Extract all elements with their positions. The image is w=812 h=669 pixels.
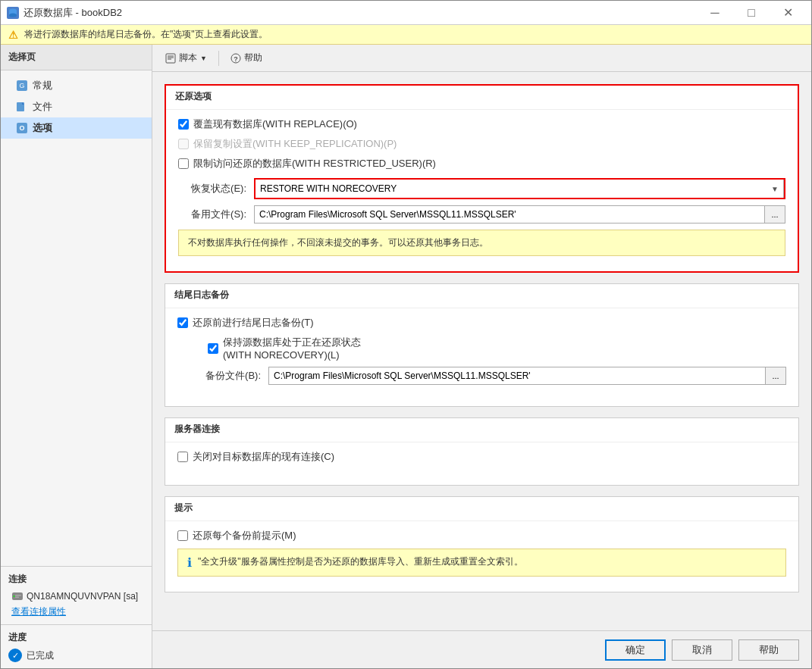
sidebar-connection: 连接 QN18AMNQUVNVPAN [sa] 查看连接属性	[1, 566, 152, 624]
view-connection-properties-link[interactable]: 查看连接属性	[8, 605, 144, 618]
script-label: 脚本	[179, 52, 197, 64]
connection-header: 连接	[8, 573, 144, 586]
keep-replication-label: 保留复制设置(WITH KEEP_REPLICATION)(P)	[193, 137, 397, 151]
sidebar-header: 选择页	[1, 45, 152, 70]
hints-section: 提示 还原每个备份前提示(M) ℹ "全文升级"服务器属性控制是否为还原的数据库…	[165, 496, 799, 592]
sidebar-item-label-options: 选项	[33, 121, 52, 135]
script-icon	[165, 53, 176, 64]
restricted-user-checkbox[interactable]	[178, 158, 189, 169]
warning-bar: ⚠ 将进行源数据库的结尾日志备份。在"选项"页上查看此设置。	[1, 25, 811, 45]
restore-options-title: 还原选项	[166, 86, 798, 110]
backup-file-input[interactable]	[268, 367, 765, 385]
norecovery-checkbox-row: 保持源数据库处于正在还原状态 (WITH NORECOVERY)(L)	[177, 336, 786, 361]
svg-text:O: O	[19, 124, 24, 132]
restore-options-content: 覆盖现有数据库(WITH REPLACE)(O) 保留复制设置(WITH KEE…	[166, 110, 798, 264]
recovery-dropdown[interactable]: RESTORE WITH NORECOVERY ▼	[256, 180, 784, 198]
server-connection-content: 关闭对目标数据库的现有连接(C)	[165, 442, 798, 477]
titlebar: 还原数据库 - bookDB2 ─ □ ✕	[1, 1, 811, 25]
svg-rect-11	[15, 595, 21, 596]
recovery-state-row: 恢复状态(E): RESTORE WITH NORECOVERY ▼	[178, 178, 785, 199]
restricted-user-checkbox-row: 限制访问还原的数据库(WITH RESTRICTED_USER)(R)	[178, 157, 785, 170]
svg-point-10	[14, 596, 15, 597]
restore-info-box: 不对数据库执行任何操作，不回滚未提交的事务。可以还原其他事务日志。	[178, 230, 785, 256]
minimize-button[interactable]: ─	[698, 1, 732, 25]
norecovery-label: 保持源数据库处于正在还原状态 (WITH NORECOVERY)(L)	[223, 336, 361, 361]
warning-icon: ⚠	[8, 29, 18, 41]
standby-file-label: 备用文件(S):	[178, 208, 246, 221]
backup-file-row: 备份文件(B): ...	[177, 367, 786, 385]
tail-log-section: 结尾日志备份 还原前进行结尾日志备份(T) 保持源数据库处于正在还原状态 (WI…	[165, 283, 799, 407]
sidebar-item-label-general: 常规	[33, 79, 52, 92]
server-connection-title: 服务器连接	[165, 418, 798, 442]
help-icon: ?	[230, 53, 241, 64]
general-icon: G	[16, 80, 28, 92]
files-icon	[16, 101, 28, 113]
script-dropdown-arrow: ▼	[200, 55, 207, 62]
prompt-checkbox-row: 还原每个备份前提示(M)	[177, 529, 786, 542]
recovery-value: RESTORE WITH NORECOVERY	[260, 183, 397, 194]
tail-log-content: 还原前进行结尾日志备份(T) 保持源数据库处于正在还原状态 (WITH NORE…	[165, 308, 798, 399]
ok-button[interactable]: 确定	[605, 639, 666, 661]
tail-log-checkbox[interactable]	[177, 317, 188, 328]
progress-header: 进度	[8, 631, 144, 644]
sidebar: 选择页 G 常规 文件	[1, 45, 152, 668]
sidebar-item-general[interactable]: G 常规	[1, 75, 152, 96]
svg-rect-12	[15, 597, 19, 599]
titlebar-controls: ─ □ ✕	[698, 1, 805, 25]
standby-browse-button[interactable]: ...	[764, 205, 785, 224]
maximize-button[interactable]: □	[734, 1, 769, 25]
window-title: 还原数据库 - bookDB2	[24, 6, 122, 20]
tail-log-label: 还原前进行结尾日志备份(T)	[193, 316, 314, 330]
hints-title: 提示	[165, 497, 798, 521]
toolbar: 脚本 ▼ ? 帮助	[152, 45, 811, 72]
content-body: 还原选项 覆盖现有数据库(WITH REPLACE)(O) 保留复制设置(WIT…	[152, 72, 811, 630]
svg-text:?: ?	[234, 55, 238, 63]
progress-label: 已完成	[27, 649, 54, 662]
standby-file-row: 备用文件(S): ...	[178, 205, 785, 224]
help-label: 帮助	[244, 52, 262, 64]
keep-replication-checkbox-row: 保留复制设置(WITH KEEP_REPLICATION)(P)	[178, 137, 785, 151]
close-connections-checkbox-row: 关闭对目标数据库的现有连接(C)	[177, 450, 786, 464]
hints-info-box: ℹ "全文升级"服务器属性控制是否为还原的数据库导入、重新生成或重置全文索引。	[177, 549, 786, 577]
hints-info-text: "全文升级"服务器属性控制是否为还原的数据库导入、重新生成或重置全文索引。	[198, 555, 523, 568]
sidebar-item-options[interactable]: O 选项	[1, 117, 152, 139]
overwrite-checkbox[interactable]	[178, 119, 189, 130]
prompt-label: 还原每个备份前提示(M)	[193, 529, 296, 542]
app-icon	[7, 7, 19, 19]
restore-info-text: 不对数据库执行任何操作，不回滚未提交的事务。可以还原其他事务日志。	[188, 236, 488, 249]
script-button[interactable]: 脚本 ▼	[158, 48, 214, 67]
close-connections-label: 关闭对目标数据库的现有连接(C)	[193, 450, 334, 464]
keep-replication-checkbox	[178, 139, 189, 149]
cancel-button[interactable]: 取消	[672, 639, 732, 661]
progress-check-icon: ✓	[8, 649, 22, 662]
connection-value: QN18AMNQUVNVPAN [sa]	[8, 590, 144, 602]
toolbar-separator	[218, 51, 219, 66]
sidebar-nav: G 常规 文件 O 选项	[1, 70, 152, 143]
standby-file-input[interactable]	[254, 205, 764, 224]
help-footer-button[interactable]: 帮助	[738, 639, 799, 661]
sidebar-progress: 进度 ✓ 已完成	[1, 624, 152, 668]
close-connections-checkbox[interactable]	[177, 452, 188, 462]
recovery-dropdown-arrow: ▼	[771, 185, 779, 193]
server-icon	[11, 590, 24, 602]
svg-point-2	[9, 13, 17, 17]
tail-log-title: 结尾日志备份	[165, 284, 798, 308]
prompt-checkbox[interactable]	[177, 530, 188, 541]
backup-file-label: 备份文件(B):	[193, 369, 261, 383]
norecovery-checkbox[interactable]	[208, 343, 218, 354]
overwrite-checkbox-row: 覆盖现有数据库(WITH REPLACE)(O)	[178, 117, 785, 131]
info-icon: ℹ	[187, 555, 192, 570]
footer: 确定 取消 帮助	[152, 630, 811, 668]
close-button[interactable]: ✕	[770, 1, 805, 25]
warning-text: 将进行源数据库的结尾日志备份。在"选项"页上查看此设置。	[24, 28, 268, 41]
restore-options-section: 还原选项 覆盖现有数据库(WITH REPLACE)(O) 保留复制设置(WIT…	[165, 84, 799, 273]
sidebar-item-label-files: 文件	[33, 100, 52, 114]
backup-file-input-wrapper: ...	[268, 367, 786, 385]
content-area: 脚本 ▼ ? 帮助 还原选项	[152, 45, 811, 668]
sidebar-item-files[interactable]: 文件	[1, 96, 152, 117]
recovery-state-label: 恢复状态(E):	[178, 182, 246, 195]
titlebar-left: 还原数据库 - bookDB2	[7, 6, 122, 20]
backup-browse-button[interactable]: ...	[765, 367, 786, 385]
help-button[interactable]: ? 帮助	[224, 48, 269, 67]
connection-server: QN18AMNQUVNVPAN [sa]	[27, 591, 138, 602]
